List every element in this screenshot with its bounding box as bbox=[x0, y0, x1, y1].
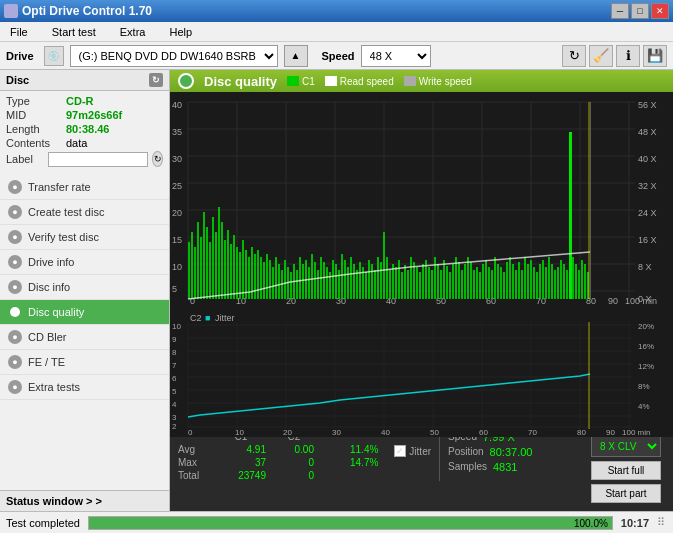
svg-rect-119 bbox=[401, 272, 403, 299]
cd-bler-icon: ● bbox=[8, 330, 22, 344]
svg-text:15: 15 bbox=[172, 235, 182, 245]
sidebar-item-fe-te[interactable]: ● FE / TE bbox=[0, 350, 169, 375]
svg-rect-98 bbox=[338, 270, 340, 299]
info-icon[interactable]: ℹ bbox=[616, 45, 640, 67]
nav-items: ● Transfer rate ● Create test disc ● Ver… bbox=[0, 175, 169, 400]
menu-file[interactable]: File bbox=[4, 24, 34, 40]
eject-button[interactable]: ▲ bbox=[284, 45, 308, 67]
speed-select[interactable]: 48 X bbox=[361, 45, 431, 67]
mid-label: MID bbox=[6, 109, 66, 121]
disc-header-icon[interactable]: ↻ bbox=[149, 73, 163, 87]
status-time: 10:17 bbox=[621, 517, 649, 529]
svg-text:4%: 4% bbox=[638, 402, 650, 411]
svg-rect-56 bbox=[212, 217, 214, 299]
speed-clv-dropdown[interactable]: 8 X CLV bbox=[591, 435, 661, 457]
svg-rect-59 bbox=[221, 222, 223, 299]
label-refresh-icon[interactable]: ↻ bbox=[152, 151, 163, 167]
disc-type-row: Type CD-R bbox=[6, 95, 163, 107]
svg-rect-72 bbox=[260, 257, 262, 299]
svg-rect-60 bbox=[224, 240, 226, 299]
bottom-chart-panel: C2 ■ Jitter 10 9 8 7 6 5 4 3 2 20% 16% bbox=[170, 307, 673, 426]
svg-rect-100 bbox=[344, 260, 346, 299]
svg-text:9: 9 bbox=[172, 335, 177, 344]
refresh-icon[interactable]: ↻ bbox=[562, 45, 586, 67]
menu-help[interactable]: Help bbox=[163, 24, 198, 40]
jitter-checkbox[interactable]: ✓ bbox=[394, 445, 406, 457]
speed-position-samples: Speed 7.99 X Position 80:37.00 Samples 4… bbox=[448, 431, 532, 473]
svg-rect-124 bbox=[416, 267, 418, 299]
close-button[interactable]: ✕ bbox=[651, 3, 669, 19]
svg-rect-118 bbox=[398, 260, 400, 299]
minimize-button[interactable]: ─ bbox=[611, 3, 629, 19]
svg-rect-111 bbox=[377, 257, 379, 299]
erase-icon[interactable]: 🧹 bbox=[589, 45, 613, 67]
sidebar-item-verify-test-disc[interactable]: ● Verify test disc bbox=[0, 225, 169, 250]
title-bar-left: Opti Drive Control 1.70 bbox=[4, 4, 152, 18]
sidebar-item-cd-bler[interactable]: ● CD Bler bbox=[0, 325, 169, 350]
svg-rect-89 bbox=[311, 254, 313, 299]
sidebar-item-disc-quality[interactable]: Disc quality bbox=[0, 300, 169, 325]
jitter-checkbox-label: Jitter bbox=[409, 446, 431, 457]
right-controls: 8 X CLV Start full Start part bbox=[587, 431, 665, 507]
svg-rect-171 bbox=[557, 267, 559, 299]
contents-label: Contents bbox=[6, 137, 66, 149]
svg-text:2: 2 bbox=[172, 422, 177, 431]
avg-jitter: 11.4% bbox=[350, 444, 378, 455]
fe-te-icon: ● bbox=[8, 355, 22, 369]
transfer-rate-label: Transfer rate bbox=[28, 181, 91, 193]
create-test-disc-label: Create test disc bbox=[28, 206, 104, 218]
svg-rect-114 bbox=[386, 257, 388, 299]
maximize-button[interactable]: □ bbox=[631, 3, 649, 19]
svg-text:20: 20 bbox=[283, 428, 292, 437]
start-full-button[interactable]: Start full bbox=[591, 461, 661, 480]
top-chart-panel: 40 35 30 25 20 15 10 5 56 X 48 X 40 X 32… bbox=[170, 92, 673, 307]
stats-max-row: Max 37 0 14.7% bbox=[178, 457, 378, 468]
svg-text:24 X: 24 X bbox=[638, 208, 657, 218]
svg-rect-112 bbox=[380, 262, 382, 299]
sidebar-item-drive-info[interactable]: ● Drive info bbox=[0, 250, 169, 275]
svg-rect-134 bbox=[446, 266, 448, 299]
menu-start-test[interactable]: Start test bbox=[46, 24, 102, 40]
svg-rect-61 bbox=[227, 230, 229, 299]
svg-rect-175 bbox=[569, 132, 572, 299]
drive-select[interactable]: (G:) BENQ DVD DD DW1640 BSRB bbox=[70, 45, 278, 67]
svg-rect-164 bbox=[536, 272, 538, 299]
label-input[interactable]: 251 iHAS B Au bbox=[48, 152, 148, 167]
svg-text:30: 30 bbox=[332, 428, 341, 437]
svg-text:10: 10 bbox=[235, 428, 244, 437]
stats-bar: C1 C2 Avg 4.91 0.00 11.4% Max 37 0 bbox=[170, 426, 673, 511]
sidebar-item-disc-info[interactable]: ● Disc info bbox=[0, 275, 169, 300]
svg-rect-49 bbox=[191, 232, 193, 299]
drive-icon: 💿 bbox=[44, 46, 64, 66]
jitter-checkbox-group: ✓ Jitter bbox=[394, 445, 431, 457]
start-part-button[interactable]: Start part bbox=[591, 484, 661, 503]
legend-read-speed: Read speed bbox=[325, 76, 394, 87]
svg-rect-70 bbox=[254, 254, 256, 299]
window-controls: ─ □ ✕ bbox=[611, 3, 669, 19]
svg-text:Jitter: Jitter bbox=[215, 313, 235, 323]
sidebar-item-extra-tests[interactable]: ● Extra tests bbox=[0, 375, 169, 400]
svg-rect-62 bbox=[230, 244, 232, 299]
svg-rect-152 bbox=[500, 267, 502, 299]
svg-rect-154 bbox=[506, 262, 508, 299]
status-text: Test completed bbox=[6, 517, 80, 529]
disc-header-label: Disc bbox=[6, 74, 29, 86]
save-icon[interactable]: 💾 bbox=[643, 45, 667, 67]
svg-rect-57 bbox=[215, 232, 217, 299]
svg-text:90: 90 bbox=[606, 428, 615, 437]
sidebar-item-create-test-disc[interactable]: ● Create test disc bbox=[0, 200, 169, 225]
svg-rect-99 bbox=[341, 254, 343, 299]
svg-rect-158 bbox=[518, 262, 520, 299]
menu-bar: File Start test Extra Help bbox=[0, 22, 673, 42]
disc-info-label: Disc info bbox=[28, 281, 70, 293]
sidebar-item-transfer-rate[interactable]: ● Transfer rate bbox=[0, 175, 169, 200]
disc-label-row: Label 251 iHAS B Au ↻ bbox=[6, 151, 163, 167]
svg-rect-142 bbox=[470, 262, 472, 299]
svg-text:8%: 8% bbox=[638, 382, 650, 391]
svg-text:10: 10 bbox=[172, 322, 181, 331]
svg-rect-135 bbox=[449, 272, 451, 299]
status-window-toggle[interactable]: Status window > > bbox=[0, 490, 169, 511]
samples-value: 4831 bbox=[493, 461, 517, 473]
menu-extra[interactable]: Extra bbox=[114, 24, 152, 40]
svg-text:20%: 20% bbox=[638, 322, 654, 331]
